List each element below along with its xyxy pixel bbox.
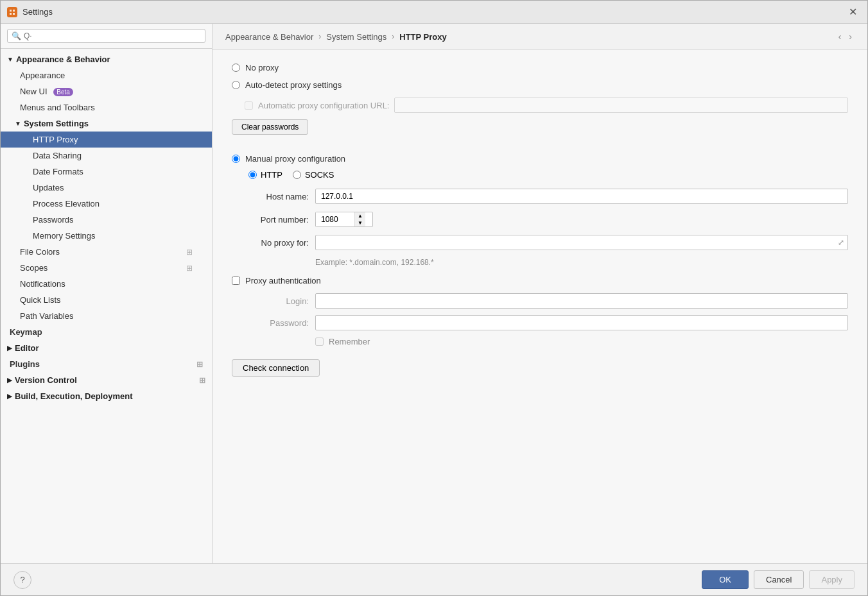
bottom-bar: ? OK Cancel Apply: [1, 563, 867, 595]
cancel-button[interactable]: Cancel: [754, 570, 804, 589]
check-connection-button[interactable]: Check connection: [232, 359, 320, 377]
example-text: Example: *.domain.com, 192.168.*: [315, 258, 848, 267]
sidebar-item-version-control[interactable]: ▶ Version Control ⊞: [1, 372, 212, 388]
sidebar-item-keymap[interactable]: Keymap: [1, 324, 212, 340]
sidebar-item-file-colors[interactable]: File Colors ⊞: [1, 244, 212, 260]
sidebar-item-new-ui[interactable]: New UI Beta: [1, 83, 212, 99]
port-decrement-button[interactable]: ▼: [355, 219, 365, 226]
breadcrumb-nav: ‹ ›: [836, 30, 855, 43]
manual-proxy-radio[interactable]: [232, 155, 240, 163]
http-protocol-label[interactable]: HTTP: [248, 170, 282, 180]
sidebar-item-http-proxy[interactable]: HTTP Proxy: [1, 132, 212, 148]
sidebar-item-appearance-behavior[interactable]: ▼ Appearance & Behavior: [1, 51, 212, 67]
auto-proxy-url-input[interactable]: [394, 98, 848, 113]
expand-icon: ▼: [7, 56, 13, 63]
settings-dialog: Settings ✕ 🔍 ▼ Appearance & Behavior App…: [0, 0, 868, 596]
sidebar-item-passwords[interactable]: Passwords: [1, 212, 212, 228]
search-input[interactable]: [24, 31, 201, 40]
port-number-label: Port number:: [232, 215, 315, 225]
sidebar-item-process-elevation[interactable]: Process Elevation: [1, 196, 212, 212]
nav-list: ▼ Appearance & Behavior Appearance New U…: [1, 49, 212, 563]
manual-proxy-option: Manual proxy configuration: [232, 154, 848, 164]
search-wrap[interactable]: 🔍: [7, 29, 205, 43]
settings-panel: No proxy Auto-detect proxy settings Auto…: [213, 50, 867, 563]
expand-icon: ▶: [7, 377, 12, 384]
http-protocol-radio[interactable]: [248, 171, 257, 179]
back-button[interactable]: ‹: [836, 30, 844, 43]
no-proxy-radio[interactable]: [232, 64, 240, 72]
close-button[interactable]: ✕: [845, 4, 861, 19]
login-row: Login:: [232, 293, 848, 309]
sidebar-item-scopes[interactable]: Scopes ⊞: [1, 260, 212, 276]
sidebar-item-updates[interactable]: Updates: [1, 180, 212, 196]
auto-config-checkbox[interactable]: [245, 101, 253, 110]
auto-detect-option: Auto-detect proxy settings: [232, 80, 848, 90]
host-name-row: Host name:: [232, 189, 848, 204]
title-bar-left: Settings: [7, 7, 53, 17]
help-button[interactable]: ?: [13, 571, 31, 589]
password-input[interactable]: [315, 315, 848, 330]
search-bar: 🔍: [1, 24, 212, 49]
port-number-row: Port number: ▲ ▼: [232, 212, 848, 227]
ok-button[interactable]: OK: [702, 570, 749, 589]
password-label: Password:: [232, 318, 315, 328]
sidebar-item-notifications[interactable]: Notifications: [1, 276, 212, 292]
sidebar-item-plugins[interactable]: Plugins ⊞: [1, 356, 212, 372]
breadcrumb-item-3: HTTP Proxy: [399, 32, 446, 42]
window-title: Settings: [22, 7, 53, 17]
expand-icon: ▼: [15, 120, 21, 127]
search-icon: 🔍: [12, 31, 21, 40]
breadcrumb-item-2: System Settings: [326, 32, 386, 42]
help-section: ?: [13, 571, 31, 589]
apply-button[interactable]: Apply: [809, 570, 855, 589]
svg-rect-2: [10, 13, 12, 15]
forward-button[interactable]: ›: [846, 30, 855, 43]
port-number-input[interactable]: [316, 212, 354, 226]
remember-checkbox[interactable]: [315, 337, 324, 346]
sidebar-item-system-settings[interactable]: ▼ System Settings: [1, 115, 212, 132]
login-input[interactable]: [315, 293, 848, 309]
auto-detect-label[interactable]: Auto-detect proxy settings: [245, 80, 342, 90]
socks-protocol-radio[interactable]: [293, 171, 301, 179]
no-proxy-for-input[interactable]: [315, 235, 848, 250]
beta-badge: Beta: [53, 88, 73, 96]
no-proxy-input-wrap: ⤢: [315, 235, 848, 250]
remember-row: Remember: [315, 337, 848, 346]
manual-proxy-label[interactable]: Manual proxy configuration: [245, 154, 345, 164]
port-increment-button[interactable]: ▲: [355, 212, 365, 219]
no-proxy-option: No proxy: [232, 63, 848, 72]
manual-proxy-section: Manual proxy configuration HTTP SOCKS: [232, 154, 848, 346]
proxy-auth-row: Proxy authentication: [232, 276, 848, 285]
breadcrumb-item-1: Appearance & Behavior: [225, 32, 313, 42]
password-row: Password:: [232, 315, 848, 330]
expand-icon: ▶: [7, 393, 12, 400]
sidebar: 🔍 ▼ Appearance & Behavior Appearance New…: [1, 24, 213, 563]
plugins-icon: ⊞: [196, 360, 203, 369]
svg-rect-0: [10, 10, 12, 12]
auto-config-label: Automatic proxy configuration URL:: [258, 101, 389, 110]
expand-icon: ⤢: [838, 238, 844, 247]
no-proxy-label[interactable]: No proxy: [245, 63, 279, 72]
no-proxy-for-label: No proxy for:: [232, 238, 315, 248]
sidebar-item-editor[interactable]: ▶ Editor: [1, 340, 212, 356]
sidebar-item-build-execution[interactable]: ▶ Build, Execution, Deployment: [1, 388, 212, 404]
auto-proxy-row: Automatic proxy configuration URL:: [245, 98, 848, 113]
main-area: 🔍 ▼ Appearance & Behavior Appearance New…: [1, 24, 867, 563]
clear-passwords-button[interactable]: Clear passwords: [232, 119, 308, 135]
sidebar-item-data-sharing[interactable]: Data Sharing: [1, 148, 212, 164]
app-icon: [7, 7, 17, 17]
scopes-icon: ⊞: [186, 264, 193, 273]
auto-detect-radio[interactable]: [232, 81, 240, 89]
sidebar-item-path-variables[interactable]: Path Variables: [1, 308, 212, 324]
host-name-input[interactable]: [315, 189, 848, 204]
remember-label[interactable]: Remember: [329, 337, 370, 346]
sidebar-item-menus-toolbars[interactable]: Menus and Toolbars: [1, 99, 212, 115]
sidebar-item-memory-settings[interactable]: Memory Settings: [1, 228, 212, 244]
socks-protocol-label[interactable]: SOCKS: [293, 170, 334, 180]
sidebar-item-appearance[interactable]: Appearance: [1, 67, 212, 83]
sidebar-item-quick-lists[interactable]: Quick Lists: [1, 292, 212, 308]
proxy-auth-checkbox[interactable]: [232, 277, 240, 285]
title-bar: Settings ✕: [1, 1, 867, 24]
proxy-auth-label[interactable]: Proxy authentication: [245, 276, 321, 285]
sidebar-item-date-formats[interactable]: Date Formats: [1, 164, 212, 180]
